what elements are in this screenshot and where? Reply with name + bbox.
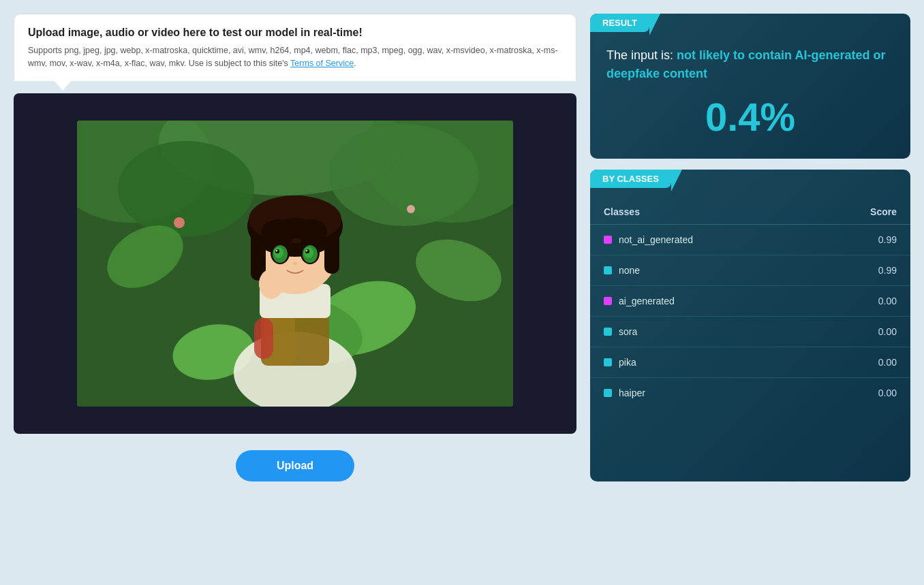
image-preview-area bbox=[14, 93, 576, 434]
class-color-icon bbox=[604, 266, 612, 274]
table-row: sora 0.00 bbox=[590, 317, 910, 347]
col-classes-header: Classes bbox=[590, 200, 810, 225]
svg-point-31 bbox=[306, 249, 308, 251]
upload-button[interactable]: Upload bbox=[236, 450, 354, 481]
anime-svg bbox=[77, 121, 513, 407]
class-color-icon bbox=[604, 389, 612, 397]
class-name-cell: none bbox=[590, 255, 810, 286]
class-name: pika bbox=[619, 357, 636, 368]
right-panel: RESULT The input is: not likely to conta… bbox=[590, 14, 910, 481]
svg-point-5 bbox=[329, 124, 479, 226]
svg-point-34 bbox=[293, 262, 297, 265]
class-score: 0.99 bbox=[810, 225, 910, 255]
result-box: RESULT The input is: not likely to conta… bbox=[590, 14, 910, 159]
class-name: none bbox=[619, 265, 640, 276]
result-badge: RESULT bbox=[590, 14, 649, 32]
tos-link[interactable]: Terms of Service bbox=[290, 59, 354, 68]
upload-btn-row: Upload bbox=[14, 450, 576, 481]
table-row: none 0.99 bbox=[590, 255, 910, 286]
svg-point-35 bbox=[259, 269, 283, 299]
table-row: not_ai_generated 0.99 bbox=[590, 225, 910, 255]
left-panel: Upload image, audio or video here to tes… bbox=[14, 14, 576, 481]
table-row: pika 0.00 bbox=[590, 347, 910, 378]
class-color-icon bbox=[604, 236, 612, 244]
result-content: The input is: not likely to contain AI-g… bbox=[590, 14, 910, 159]
class-score: 0.00 bbox=[810, 347, 910, 378]
table-row: ai_generated 0.00 bbox=[590, 286, 910, 317]
speech-bubble-tail bbox=[55, 81, 71, 91]
class-name-cell: haiper bbox=[590, 378, 810, 409]
class-name: haiper bbox=[619, 388, 645, 398]
class-name-cell: pika bbox=[590, 347, 810, 378]
svg-point-39 bbox=[174, 217, 185, 228]
col-score-header: Score bbox=[810, 200, 910, 225]
classes-content[interactable]: Classes Score not_ai_generated 0.99 none… bbox=[590, 170, 910, 408]
class-score: 0.00 bbox=[810, 286, 910, 317]
class-name: ai_generated bbox=[619, 296, 675, 306]
class-color-icon bbox=[604, 297, 612, 305]
anime-image bbox=[77, 121, 513, 407]
svg-rect-36 bbox=[254, 318, 273, 359]
classes-box: BY CLASSES Classes Score not_ai_generate… bbox=[590, 170, 910, 481]
class-score: 0.00 bbox=[810, 317, 910, 347]
class-name-cell: ai_generated bbox=[590, 286, 810, 317]
class-name: not_ai_generated bbox=[619, 234, 693, 245]
svg-point-40 bbox=[407, 205, 415, 213]
upload-desc: Supports png, jpeg, jpg, webp, x-matrosk… bbox=[28, 44, 562, 70]
class-name-cell: sora bbox=[590, 317, 810, 347]
page-layout: Upload image, audio or video here to tes… bbox=[14, 14, 910, 481]
table-header-row: Classes Score bbox=[590, 200, 910, 225]
svg-point-21 bbox=[275, 218, 315, 238]
svg-point-30 bbox=[276, 249, 278, 251]
classes-table: Classes Score not_ai_generated 0.99 none… bbox=[590, 200, 910, 408]
upload-info-box: Upload image, audio or video here to tes… bbox=[14, 14, 576, 81]
class-score: 0.00 bbox=[810, 378, 910, 409]
svg-point-4 bbox=[118, 141, 254, 236]
class-name: sora bbox=[619, 326, 637, 337]
upload-title: Upload image, audio or video here to tes… bbox=[28, 27, 562, 39]
class-name-cell: not_ai_generated bbox=[590, 225, 810, 255]
class-color-icon bbox=[604, 358, 612, 366]
result-percent: 0.4% bbox=[606, 94, 894, 140]
class-score: 0.99 bbox=[810, 255, 910, 286]
table-row: haiper 0.00 bbox=[590, 378, 910, 409]
class-color-icon bbox=[604, 328, 612, 336]
result-sentence-prefix: The input is: bbox=[606, 48, 677, 62]
result-sentence: The input is: not likely to contain AI-g… bbox=[606, 46, 894, 83]
classes-badge: BY CLASSES bbox=[590, 170, 671, 188]
